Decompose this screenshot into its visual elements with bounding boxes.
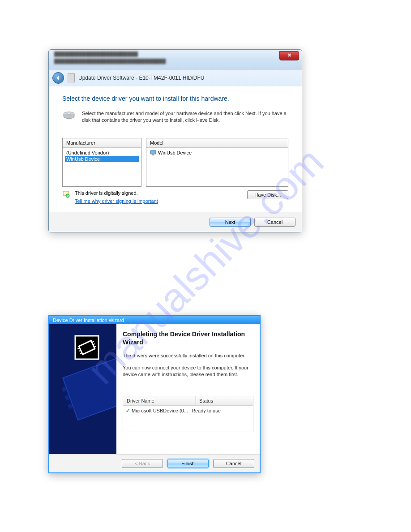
table-row: ✓ Microsoft USBDevice (0... Ready to use [123, 408, 253, 414]
redacted-text-1: ████████████████████████ [49, 50, 302, 57]
model-header: Model [146, 138, 288, 148]
manufacturer-header: Manufacturer [63, 138, 141, 148]
next-button[interactable]: Next [210, 218, 251, 227]
success-text: The drivers were successfully installed … [123, 352, 253, 359]
model-body: WinUsb Device [146, 148, 288, 186]
manufacturer-item-undefined[interactable]: (Undefined Vendor) [65, 150, 139, 156]
connect-text: You can now connect your device to this … [123, 365, 253, 378]
manufacturer-item-winusb[interactable]: WinUsb Device [65, 156, 139, 162]
select-driver-heading: Select the device driver you want to ins… [62, 95, 288, 102]
window2-title: Device Driver Installation Wizard [49, 316, 260, 324]
close-button[interactable]: ✕ [279, 51, 299, 60]
driver-table-head: Driver Name Status [123, 396, 253, 406]
col-driver-name: Driver Name [123, 396, 196, 405]
window2-body: Completing the Device Driver Installatio… [49, 324, 260, 454]
hard-drive-icon [62, 110, 76, 121]
update-driver-window: ████████████████████████ ███████████████… [48, 49, 302, 232]
driver-table-body: ✓ Microsoft USBDevice (0... Ready to use [123, 406, 253, 432]
monitor-icon [150, 150, 156, 155]
cell-status: Ready to use [192, 408, 221, 413]
window2-footer: < Back Finish Cancel [49, 454, 260, 472]
completion-heading: Completing the Device Driver Installatio… [123, 330, 253, 346]
manufacturer-body: (Undefined Vendor) WinUsb Device [63, 148, 141, 186]
wizard-side-image [49, 324, 116, 454]
checkmark-icon: ✓ [126, 408, 130, 414]
installation-wizard-window: Device Driver Installation Wizard [48, 315, 261, 473]
manufacturer-list: Manufacturer (Undefined Vendor) WinUsb D… [62, 138, 141, 187]
driver-table: Driver Name Status ✓ Microsoft USBDevice… [123, 396, 253, 432]
svg-rect-3 [152, 154, 154, 155]
window1-title: Update Driver Software - E10-TM42F-0011 … [78, 75, 204, 81]
model-item-label: WinUsb Device [158, 150, 192, 155]
wizard-content: Completing the Device Driver Installatio… [116, 324, 260, 454]
col-status: Status [196, 396, 217, 405]
instructions-text: Select the manufacturer and model of you… [82, 110, 288, 124]
finish-button[interactable]: Finish [167, 459, 209, 468]
certificate-icon [62, 190, 70, 198]
model-item-winusb[interactable]: WinUsb Device [149, 150, 286, 156]
instructions-row: Select the manufacturer and model of you… [62, 110, 288, 124]
window1-footer: Next Cancel [49, 212, 302, 232]
cancel-button[interactable]: Cancel [254, 218, 295, 227]
device-icon [68, 73, 75, 82]
svg-rect-2 [150, 150, 156, 154]
signing-info-link[interactable]: Tell me why driver signing is important [75, 198, 158, 204]
signed-info: This driver is digitally signed. Tell me… [75, 190, 158, 204]
svg-point-1 [67, 113, 71, 115]
back-button: < Back [122, 459, 163, 468]
back-icon-button[interactable] [52, 72, 64, 84]
model-list: Model WinUsb Device [146, 138, 288, 187]
window1-body: Select the device driver you want to ins… [49, 87, 302, 212]
cell-driver-name: ✓ Microsoft USBDevice (0... [126, 408, 192, 414]
signed-text: This driver is digitally signed. [75, 190, 138, 196]
window1-titlebar: ████████████████████████ ███████████████… [49, 50, 302, 73]
redacted-text-2: ████████████████████████████████ [49, 57, 302, 64]
wizard-cancel-button[interactable]: Cancel [213, 459, 254, 468]
driver-name-text: Microsoft USBDevice (0... [132, 408, 188, 413]
have-disk-button[interactable]: Have Disk... [247, 190, 288, 199]
arrow-left-icon [56, 75, 61, 81]
signed-left: This driver is digitally signed. Tell me… [62, 190, 158, 204]
lists-row: Manufacturer (Undefined Vendor) WinUsb D… [62, 138, 288, 187]
chip-box-icon [49, 324, 116, 454]
signed-row: This driver is digitally signed. Tell me… [62, 190, 288, 204]
nav-bar: Update Driver Software - E10-TM42F-0011 … [49, 70, 302, 86]
